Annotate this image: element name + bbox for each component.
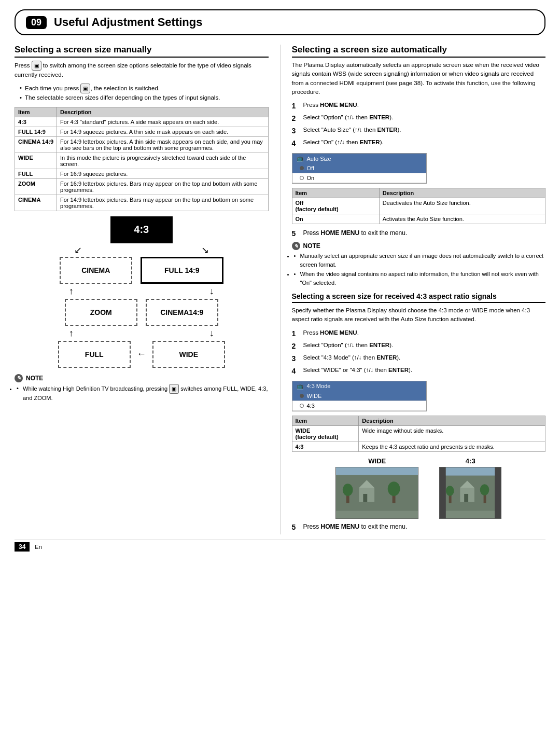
ratio-step-1: 1Press HOME MENU. [292,328,546,339]
auto-size-table: Item Description Off(factory default) De… [292,188,546,224]
note-icon: ✎ [15,374,23,382]
item-43: 4:3 [15,117,57,127]
svg-rect-9 [336,467,418,475]
radio-empty-43 [300,404,304,408]
left-section-intro: Press ▣ to switch among the screen size … [15,61,269,79]
auto-size-off-item: Off [292,163,426,173]
item-cinema: CINEMA [15,195,57,211]
arrow-down-left-icon: ↙ [74,244,82,256]
diag-full149-label: FULL 14:9 [141,257,223,284]
item-full149: FULL 14:9 [15,127,57,136]
screen-size-diagram: 4:3 ↙ ↘ CINEMA FULL 14:9 ↑ ↓ ZOOM CINEMA… [15,216,269,369]
arrow-left-icon: ← [137,349,146,360]
left-note-header: ✎ NOTE [15,374,269,382]
svg-point-20 [480,484,489,495]
page-header: 09 Useful Adjustment Settings [15,9,545,35]
menu-icon: 📺 [297,155,304,162]
mode-43-table: Item Description WIDE(factory default) W… [292,416,546,452]
page-footer: 34 En [15,540,545,552]
left-note-body: While watching High Definition TV broadc… [15,384,269,403]
wide-images-row: WIDE [292,457,546,519]
right-column: Selecting a screen size automatically Th… [281,45,546,534]
diag-cinema149-label: CINEMA14:9 [146,299,218,326]
mode-43-menu-title: 4:3 Mode [307,383,331,389]
auto-size-on-label: On [307,175,315,181]
ratio-section-intro: Specify whether the Plasma Display shoul… [292,306,546,324]
left-bullets: Each time you press ▣, the selection is … [15,84,269,102]
ratio-step-3: 3Select "4:3 Mode" (↑/↓ then ENTER). [292,353,546,364]
arrow-down3-icon: ↓ [209,328,214,339]
left-section-title: Selecting a screen size manually [15,45,269,58]
mode-icon: 📺 [297,383,304,390]
svg-rect-16 [464,493,468,502]
auto-size-menu: 📺 Auto Size Off On [292,153,427,184]
left-column: Selecting a screen size manually Press ▣… [15,45,281,534]
item-zoom: ZOOM [15,178,57,195]
right-note-box: ✎ NOTE Manually select an appropriate sc… [292,242,546,287]
auto-on-item: On [292,214,379,224]
table-row: WIDE In this mode the picture is progres… [15,153,269,169]
ratio-step5: 5 Press HOME MENU to exit the menu. [292,523,546,531]
btn-icon-inline: ▣ [80,84,90,93]
mode-43-label: 4:3 [307,403,315,409]
radio-empty-on [300,176,304,180]
right-note-header: ✎ NOTE [292,242,546,250]
ratio-step-4: 4Select "WIDE" or "4:3" (↑/↓ then ENTER)… [292,366,546,377]
page-title: Useful Adjustment Settings [54,16,202,29]
step-1: 1Press HOME MENU. [292,101,546,112]
left-note-item: While watching High Definition TV broadc… [17,384,269,403]
auto-off-desc: Deactivates the Auto Size function. [379,198,545,214]
auto-size-off-label: Off [307,165,314,171]
desc-full: For 16:9 squeeze pictures. [57,169,268,178]
svg-rect-21 [446,467,495,475]
43-img-label: 4:3 [466,457,475,465]
bullet-1: Each time you press ▣, the selection is … [20,84,269,93]
arrow-down-right-icon: ↘ [201,244,209,256]
right-note-item1: Manually select an appropriate screen si… [294,252,546,269]
mode-43-menu-header: 📺 4:3 Mode [292,381,426,391]
mode-43-item-cell: 4:3 [292,442,359,451]
ratio-step-2: 2Select "Option" (↑/↓ then ENTER). [292,341,546,352]
left-note-heading: NOTE [26,375,43,382]
table-row: On Activates the Auto Size function. [292,214,545,224]
table-row: FULL For 16:9 squeeze pictures. [15,169,269,178]
mode-wide-item: WIDE [292,391,426,401]
ratio-steps: 1Press HOME MENU. 2Select "Option" (↑/↓ … [292,328,546,377]
step-4: 4Select "On" (↑/↓ then ENTER). [292,138,546,149]
auto-on-desc: Activates the Auto Size function. [379,214,545,224]
svg-point-8 [388,481,400,496]
right-section-intro: The Plasma Display automatically selects… [292,61,546,97]
btn-icon-note: ▣ [169,384,179,394]
desc-cinema149: For 14:9 letterbox pictures. A thin side… [57,136,268,153]
table-row: CINEMA 14:9 For 14:9 letterbox pictures.… [15,136,269,153]
diag-43-label: 4:3 [110,216,173,243]
right-section-title: Selecting a screen size automatically [292,45,546,58]
43-image [439,467,501,519]
diag-cinema-label: CINEMA [60,257,132,284]
item-full: FULL [15,169,57,178]
auto-size-menu-header: 📺 Auto Size [292,154,426,163]
screen-size-table: Item Description 4:3 For 4:3 "standard" … [15,107,269,211]
table-row: ZOOM For 16:9 letterbox pictures. Bars m… [15,178,269,195]
desc-wide: In this mode the picture is progressivel… [57,153,268,169]
svg-point-6 [343,484,353,496]
auto-table-header-item: Item [292,188,379,198]
svg-rect-13 [495,467,501,518]
left-note-box: ✎ NOTE While watching High Definition TV… [15,374,269,403]
page-number: 34 [15,542,30,552]
svg-rect-12 [440,467,446,518]
desc-zoom: For 16:9 letterbox pictures. Bars may ap… [57,178,268,195]
ratio-section-title: Selecting a screen size for received 4:3… [292,292,546,303]
radio-dot-wide [300,394,304,398]
table-header-item: Item [15,107,57,117]
step-2: 2Select "Option" (↑/↓ then ENTER). [292,113,546,124]
table-row: CINEMA For 14:9 letterbox pictures. Bars… [15,195,269,211]
auto-size-menu-title: Auto Size [307,156,331,162]
mode-wide-item-cell: WIDE(factory default) [292,425,359,442]
mode-43-desc: Keeps the 4:3 aspect ratio and presents … [359,442,545,451]
table-row: 4:3 For 4:3 "standard" pictures. A side … [15,117,269,127]
table-row: FULL 14:9 For 14:9 squeeze pictures. A t… [15,127,269,136]
mode-43-item: 4:3 [292,401,426,411]
43-img-block: 4:3 [439,457,501,519]
auto-size-step5: 5 Press HOME MENU to exit the menu. [292,229,546,238]
